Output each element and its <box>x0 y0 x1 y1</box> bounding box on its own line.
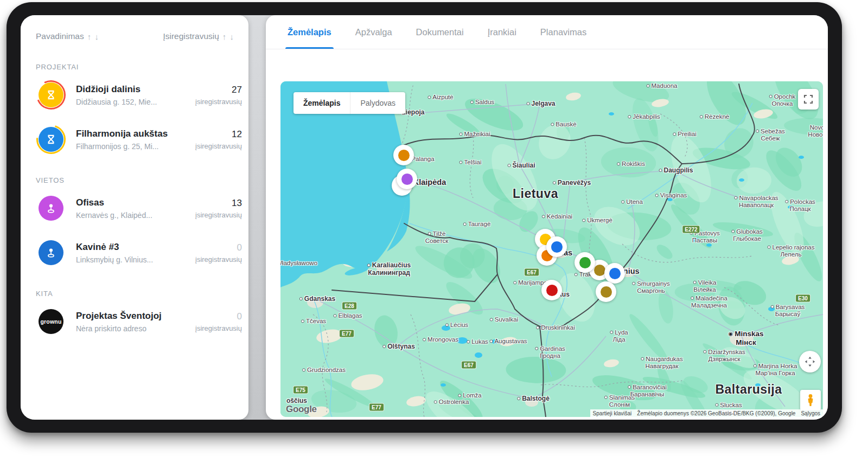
item-text: Filharmonija aukštas Filharmonijos g. 25… <box>76 128 168 151</box>
map-marker[interactable] <box>541 280 562 300</box>
map-label: Klaipėda <box>413 178 446 187</box>
item-count: 12 įsiregistravusių <box>178 129 242 150</box>
sort-arrows-icon[interactable]: ↑ ↓ <box>87 32 99 41</box>
town-dot-icon <box>458 394 461 397</box>
item-title: Ofisas <box>76 197 168 209</box>
map-label: Kėdainiai <box>542 213 572 220</box>
map-label: Augustavas <box>489 338 527 345</box>
map-label: Ostrolenka <box>434 399 469 406</box>
town-dot-icon <box>301 319 304 323</box>
map-label: Mažeikiai <box>459 131 490 138</box>
town-dot-icon <box>617 162 620 165</box>
town-dot-icon <box>604 396 608 399</box>
list-item-didzioji-dalinis[interactable]: Didžioji dalinis Didžiausia g. 152, Mie.… <box>21 80 248 110</box>
road-badge: E77 <box>339 330 354 338</box>
count-caption: įsiregistravusių <box>178 142 242 150</box>
map-label: Rokiškis <box>617 160 645 168</box>
sort-by-name[interactable]: Pavadinimas ↑ ↓ <box>36 31 99 41</box>
town-dot-icon <box>769 95 773 98</box>
town-dot-icon <box>582 219 585 222</box>
section-label-kita: KITA <box>21 290 248 298</box>
count-number: 27 <box>178 85 242 95</box>
tab-zemelapis[interactable]: Žemėlapis <box>288 15 331 49</box>
tab-bar: Žemėlapis Apžvalga Dokumentai Įrankiai P… <box>266 15 828 49</box>
pegman-button[interactable] <box>800 390 821 410</box>
map-label: Grudziondzas <box>302 367 346 374</box>
item-text: Ofisas Kernavės g., Klaipėd... <box>76 197 168 220</box>
map-label: Bauskė <box>551 121 576 128</box>
town-dot-icon <box>434 400 437 403</box>
map-label: Lomža <box>458 392 482 399</box>
town-dot-icon <box>382 345 386 348</box>
terms-link[interactable]: Sąlygos <box>798 409 823 417</box>
road-badge: E77 <box>369 403 384 412</box>
map-marker[interactable] <box>546 236 567 257</box>
capital-dot-icon: ◉ <box>728 331 733 337</box>
town-dot-icon <box>700 115 703 118</box>
map-marker[interactable] <box>393 145 414 165</box>
map-label: Panevėžys <box>553 179 591 187</box>
item-text: Didžioji dalinis Didžiausia g. 152, Mie.… <box>76 84 168 106</box>
tab-dokumentai[interactable]: Dokumentai <box>416 15 464 49</box>
town-dot-icon <box>302 368 305 371</box>
map-type-map-button[interactable]: Žemėlapis <box>293 99 350 107</box>
town-dot-icon <box>551 123 554 126</box>
map-label: OpochkОпочка <box>769 93 796 107</box>
list-item-filharmonija[interactable]: Filharmonija aukštas Filharmonijos g. 25… <box>21 124 248 155</box>
item-subtitle: Kernavės g., Klaipėd... <box>76 211 168 220</box>
item-text: Kavinė #3 Linksmybių g. Vilnius... <box>76 241 168 264</box>
list-item-ofisas[interactable]: Ofisas Kernavės g., Klaipėd... 13 įsireg… <box>21 193 248 223</box>
count-number: 0 <box>178 242 242 253</box>
item-title: Filharmonija aukštas <box>76 128 168 140</box>
tab-planavimas[interactable]: Planavimas <box>540 15 586 49</box>
fullscreen-button[interactable] <box>798 89 819 110</box>
map-marker[interactable] <box>397 169 417 189</box>
device-frame: Pavadinimas ↑ ↓ Įsiregistravusių ↑ ↓ PRO… <box>7 2 842 433</box>
town-dot-icon <box>423 338 426 341</box>
town-dot-icon <box>513 281 516 284</box>
town-dot-icon <box>628 386 631 389</box>
avatar <box>36 124 66 155</box>
map-label: PolockasПолацк <box>785 198 815 213</box>
town-dot-icon <box>575 273 578 276</box>
map-label: Suvalkai <box>490 316 518 323</box>
tab-irankiai[interactable]: Įrankiai <box>488 15 516 49</box>
town-dot-icon <box>647 84 650 87</box>
item-subtitle: Linksmybių g. Vilnius... <box>76 255 168 264</box>
map-label: Preiliai <box>673 131 697 138</box>
map-label: NaugardukasНавагрудак <box>641 356 682 370</box>
pan-button[interactable] <box>799 351 821 372</box>
item-count: 27 įsiregistravusių <box>178 85 242 106</box>
sort-arrows-icon[interactable]: ↑ ↓ <box>222 32 234 41</box>
item-text: Projektas Šventojoj Nėra priskirto adres… <box>76 310 168 333</box>
map-type-satellite-button[interactable]: Palydovas <box>350 92 405 114</box>
keyboard-shortcuts-link[interactable]: Spartieji klavišai <box>590 409 635 417</box>
map-label: KaraliaučiusКалининград <box>367 262 411 277</box>
google-map[interactable]: LiepojaAizputėSaldusJelgavaBauskėMaduona… <box>280 81 823 417</box>
sort-by-count[interactable]: Įsiregistravusių ↑ ↓ <box>163 31 234 41</box>
town-dot-icon <box>715 403 718 407</box>
map-label: NavapolackasНаваполацк <box>734 195 778 209</box>
town-dot-icon <box>628 115 631 118</box>
pin-icon <box>39 196 63 221</box>
map-label: Gdanskas <box>299 296 335 303</box>
map-label: Baltarusija <box>715 382 782 396</box>
tab-apzvalga[interactable]: Apžvalga <box>355 15 392 49</box>
map-type-control[interactable]: Žemėlapis Palydovas <box>293 92 405 114</box>
map-marker[interactable] <box>604 263 625 284</box>
map-label: Druskininkai <box>536 324 575 331</box>
town-dot-icon <box>703 350 706 354</box>
google-logo: Google <box>286 404 317 415</box>
map-label: Lėcius <box>445 322 468 329</box>
road-badge: E67 <box>524 268 539 277</box>
item-subtitle: Filharmonijos g. 25, Mi... <box>76 142 168 151</box>
map-data-text: Žemėlapio duomenys ©2026 GeoBasis-DE/BKG… <box>634 409 798 417</box>
list-item-projektas-sventojoj[interactable]: grownu Projektas Šventojoj Nėra priskirt… <box>21 306 248 337</box>
town-dot-icon <box>459 132 463 136</box>
map-marker[interactable] <box>596 281 616 302</box>
map-marker[interactable] <box>575 252 595 273</box>
map-label: Jēkabpilis <box>628 113 660 120</box>
list-item-kavine-3[interactable]: Kavinė #3 Linksmybių g. Vilnius... 0 įsi… <box>21 237 248 268</box>
town-dot-icon <box>507 164 510 167</box>
map-label: ◉MinskasМінск <box>728 330 763 346</box>
